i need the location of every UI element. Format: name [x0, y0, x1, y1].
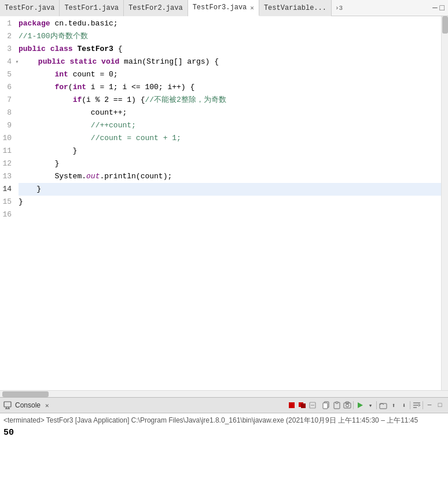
tab-label: TestFor3.java: [193, 3, 247, 12]
tab-label: TestFor2.java: [128, 4, 183, 12]
tab-label: TestFor.java: [5, 4, 54, 12]
line-num-5: 5: [2, 68, 12, 81]
console-status-line: <terminated> TestFor3 [Java Application]…: [3, 414, 445, 426]
line-num-7: 7: [2, 94, 12, 107]
line-num-9: 9: [2, 119, 12, 132]
code-line-14: }: [19, 183, 441, 196]
console-paste-icon[interactable]: [332, 401, 341, 410]
code-line-15: }: [19, 196, 441, 208]
line-num-16: 16: [2, 208, 12, 221]
line-num-12: 12: [2, 157, 12, 170]
svg-marker-16: [358, 402, 363, 408]
svg-rect-12: [336, 402, 338, 403]
console-copy-icon[interactable]: [322, 401, 331, 410]
tab-testfor[interactable]: TestFor.java: [0, 0, 60, 16]
h-scrollbar-thumb[interactable]: [2, 391, 49, 397]
code-line-5: int count = 0;: [19, 68, 441, 81]
code-line-2: //1-100内奇数个数: [19, 30, 441, 43]
line-num-2: 2: [2, 30, 12, 43]
console-result: 50: [3, 426, 445, 440]
line-num-3: 3: [2, 43, 12, 56]
console-minimize-icon[interactable]: ─: [425, 401, 434, 410]
console-output-area: <terminated> TestFor3 [Java Application]…: [0, 413, 448, 477]
code-line-12: }: [19, 157, 441, 170]
tab-testfor3[interactable]: TestFor3.java ✕: [188, 0, 259, 16]
code-line-13: System.out.println(count);: [19, 170, 441, 183]
console-maximize-icon[interactable]: □: [435, 401, 445, 410]
console-stop-icon[interactable]: [287, 401, 296, 410]
console-open-icon[interactable]: [379, 401, 388, 410]
tab-close-icon[interactable]: ✕: [250, 4, 254, 12]
code-line-6: for(int i = 1; i <= 100; i++) {: [19, 81, 441, 94]
editor-scrollbar[interactable]: [441, 16, 448, 390]
editor-area: 1 2 3 4 5 6 7 8 9 10 11 12 13 14 15 16 p…: [0, 16, 448, 390]
tab-testfor1[interactable]: TestFor1.java: [60, 0, 124, 16]
code-line-11: }: [19, 145, 441, 157]
svg-rect-10: [323, 403, 328, 409]
console-up-icon[interactable]: ⬆: [389, 401, 398, 410]
line-num-11: 11: [2, 145, 12, 157]
tab-label: TestFor1.java: [64, 4, 119, 12]
code-editor[interactable]: package cn.tedu.basic; //1-100内奇数个数 publ…: [16, 16, 441, 390]
code-line-3: public class TestFor3 {: [19, 43, 441, 56]
console-title: Console: [15, 401, 41, 409]
code-line-16: [19, 208, 441, 221]
console-word-wrap-icon[interactable]: [412, 401, 421, 410]
code-line-8: count++;: [19, 107, 441, 119]
tab-overflow[interactable]: ›3: [332, 5, 346, 12]
code-line-7: if(i % 2 == 1) {//不能被2整除，为奇数: [19, 94, 441, 107]
tab-label: TestVariable...: [264, 4, 326, 12]
svg-rect-4: [289, 402, 295, 408]
minimize-icon[interactable]: ─: [432, 3, 437, 13]
tab-testfor2[interactable]: TestFor2.java: [124, 0, 188, 16]
line-num-13: 13: [2, 170, 12, 183]
svg-point-14: [346, 404, 349, 407]
console-remove-icon[interactable]: [308, 401, 317, 410]
code-line-4: ▾ public static void main(String[] args)…: [19, 56, 441, 68]
line-num-6: 6: [2, 81, 12, 94]
maximize-icon[interactable]: □: [440, 3, 445, 13]
line-num-10: 10: [2, 132, 12, 145]
console-title-bar: Console ✕ ▾ ⬆ ⬇: [0, 397, 448, 413]
console-run-icon[interactable]: [355, 401, 365, 410]
line-num-14: 14: [2, 183, 12, 196]
svg-rect-0: [4, 402, 11, 407]
code-line-10: //count = count + 1;: [19, 132, 441, 145]
console-close-label[interactable]: ✕: [45, 402, 49, 409]
line-num-1: 1: [2, 17, 12, 30]
line-numbers: 1 2 3 4 5 6 7 8 9 10 11 12 13 14 15 16: [0, 16, 16, 390]
overflow-label: ›3: [335, 5, 343, 12]
console-down-icon[interactable]: ⬇: [399, 401, 409, 410]
console-icon: [3, 401, 12, 409]
console-toolbar: ▾ ⬆ ⬇ ─ □: [287, 401, 445, 410]
code-line-9: //++count;: [19, 119, 441, 132]
console-terminate-icon[interactable]: [298, 401, 307, 410]
tab-testvariable[interactable]: TestVariable...: [259, 0, 332, 16]
scrollbar-thumb[interactable]: [442, 16, 448, 34]
console-screenshot-icon[interactable]: [343, 401, 352, 410]
console-dropdown-icon[interactable]: ▾: [366, 401, 375, 410]
line-num-15: 15: [2, 196, 12, 208]
h-scrollbar[interactable]: [0, 390, 448, 397]
line-num-8: 8: [2, 107, 12, 119]
tab-bar: TestFor.java TestFor1.java TestFor2.java…: [0, 0, 448, 16]
line-num-4: 4: [2, 56, 12, 68]
svg-rect-6: [301, 403, 306, 408]
code-line-1: package cn.tedu.basic;: [19, 17, 441, 30]
